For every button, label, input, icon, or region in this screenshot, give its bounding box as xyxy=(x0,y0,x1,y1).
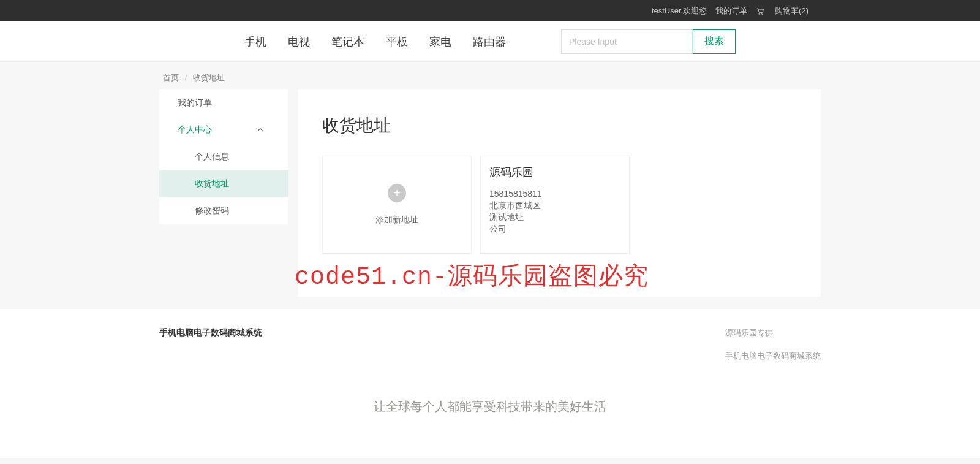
footer: 手机电脑电子数码商城系统 源码乐园专供 手机电脑电子数码商城系统 让全球每个人都… xyxy=(0,309,980,458)
add-address-card[interactable]: + 添加新地址 xyxy=(322,156,472,254)
welcome-text: testUser,欢迎您 xyxy=(652,6,707,17)
footer-right: 源码乐园专供 手机电脑电子数码商城系统 xyxy=(725,327,821,374)
nav-item-phone[interactable]: 手机 xyxy=(244,34,266,49)
address-region: 北京市西城区 xyxy=(489,200,620,211)
breadcrumb-sep: / xyxy=(185,73,187,82)
nav-item-router[interactable]: 路由器 xyxy=(473,34,506,49)
footer-line2: 手机电脑电子数码商城系统 xyxy=(725,351,821,362)
nav-links: 手机 电视 笔记本 平板 家电 路由器 xyxy=(244,34,506,49)
breadcrumb: 首页 / 收货地址 xyxy=(159,61,821,89)
address-phone: 15815815811 xyxy=(489,188,620,200)
address-name: 源码乐园 xyxy=(489,165,620,180)
main-layout: 我的订单 个人中心 个人信息 收货地址 修改密码 收货地址 + 添加新地址 源码… xyxy=(159,89,821,297)
breadcrumb-current: 收货地址 xyxy=(193,73,225,82)
address-card[interactable]: 源码乐园 15815815811 北京市西城区 测试地址 公司 xyxy=(480,156,630,254)
footer-inner: 手机电脑电子数码商城系统 源码乐园专供 手机电脑电子数码商城系统 xyxy=(159,327,821,374)
topbar: testUser,欢迎您 我的订单 购物车(2) xyxy=(0,0,980,21)
search-input[interactable] xyxy=(561,29,693,54)
footer-slogan: 让全球每个人都能享受科技带来的美好生活 xyxy=(0,398,980,415)
cart-icon xyxy=(756,7,764,15)
svg-point-1 xyxy=(762,13,763,14)
nav-item-tablet[interactable]: 平板 xyxy=(386,34,408,49)
sidebar-section-label: 个人中心 xyxy=(178,124,212,135)
nav-item-appliance[interactable]: 家电 xyxy=(429,34,451,49)
breadcrumb-home[interactable]: 首页 xyxy=(163,73,179,82)
sidebar-sub-address[interactable]: 收货地址 xyxy=(159,170,288,197)
content: 收货地址 + 添加新地址 源码乐园 15815815811 北京市西城区 测试地… xyxy=(298,89,821,297)
footer-line1: 源码乐园专供 xyxy=(725,327,821,338)
watermark-text: code51.cn-源码乐园盗图必究 xyxy=(295,259,649,292)
sidebar: 我的订单 个人中心 个人信息 收货地址 修改密码 xyxy=(159,89,288,224)
address-row: + 添加新地址 源码乐园 15815815811 北京市西城区 测试地址 公司 xyxy=(322,156,796,254)
address-detail: 测试地址 xyxy=(489,211,620,223)
nav-item-tv[interactable]: 电视 xyxy=(288,34,310,49)
navbar: 手机 电视 笔记本 平板 家电 路由器 搜索 xyxy=(0,21,980,61)
svg-point-0 xyxy=(759,13,760,14)
sidebar-sub-password[interactable]: 修改密码 xyxy=(159,197,288,224)
add-address-label: 添加新地址 xyxy=(375,215,418,226)
sidebar-item-orders[interactable]: 我的订单 xyxy=(159,89,288,116)
topbar-orders-link[interactable]: 我的订单 xyxy=(715,6,747,17)
search-button[interactable]: 搜索 xyxy=(693,29,736,54)
sidebar-sub-info[interactable]: 个人信息 xyxy=(159,143,288,170)
plus-icon: + xyxy=(388,184,406,202)
address-tag: 公司 xyxy=(489,223,620,235)
topbar-cart-link[interactable]: 购物车(2) xyxy=(756,6,809,17)
sidebar-section-center[interactable]: 个人中心 xyxy=(159,116,288,143)
page-title: 收货地址 xyxy=(322,114,796,137)
nav-item-laptop[interactable]: 笔记本 xyxy=(331,34,364,49)
search-wrap: 搜索 xyxy=(561,29,736,54)
cart-label: 购物车(2) xyxy=(775,6,809,17)
chevron-up-icon xyxy=(256,126,265,134)
footer-title: 手机电脑电子数码商城系统 xyxy=(159,327,262,338)
